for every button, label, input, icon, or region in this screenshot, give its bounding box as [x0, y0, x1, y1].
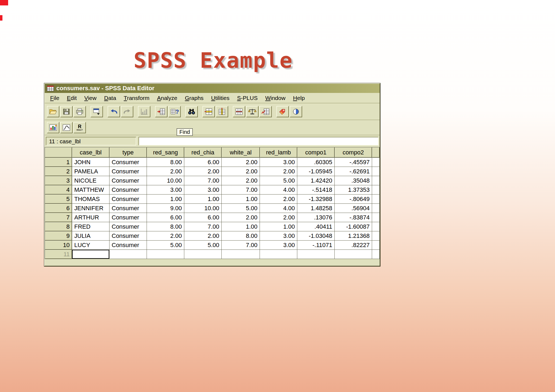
cell-case_lbl[interactable]: NICOLE — [72, 176, 109, 185]
cell-type[interactable]: Consumer — [109, 222, 147, 231]
cell-type[interactable]: Consumer — [109, 185, 147, 195]
cell-type[interactable] — [109, 250, 147, 259]
cell-white_al[interactable]: 2.00 — [222, 167, 260, 176]
cell-compo1[interactable]: -1.03048 — [297, 231, 335, 241]
cell-extra[interactable] — [372, 204, 380, 213]
cell-red_sang[interactable]: 3.00 — [147, 185, 184, 195]
cell-compo2[interactable]: .56904 — [335, 204, 372, 213]
cell-white_al[interactable]: 2.00 — [222, 213, 260, 222]
cell-compo1[interactable] — [297, 250, 335, 259]
use-sets-button[interactable] — [290, 106, 302, 117]
cell-white_al[interactable]: 1.00 — [222, 195, 260, 204]
menu-file[interactable]: File — [46, 93, 63, 103]
value-labels-button[interactable] — [276, 106, 289, 117]
cell-compo2[interactable]: -.45597 — [335, 158, 372, 167]
column-header-red_lamb[interactable]: red_lamb — [260, 147, 297, 158]
curve-fit-button[interactable] — [60, 122, 73, 133]
cell-white_al[interactable] — [222, 250, 260, 259]
cell-editor[interactable] — [138, 137, 379, 145]
open-file-button[interactable] — [47, 106, 59, 117]
cell-red_chia[interactable]: 2.00 — [184, 231, 222, 241]
active-cell[interactable] — [72, 250, 109, 259]
column-header-red_chia[interactable]: red_chia — [184, 147, 222, 158]
cell-red_sang[interactable]: 8.00 — [147, 158, 184, 167]
cell-red_sang[interactable]: 2.00 — [147, 231, 184, 241]
column-header-type[interactable]: type — [109, 147, 147, 158]
row-number-cell[interactable]: 10 — [45, 241, 72, 250]
cell-extra[interactable] — [372, 213, 380, 222]
cell-red_lamb[interactable]: 3.00 — [260, 231, 297, 241]
cell-compo1[interactable]: -.11071 — [297, 241, 335, 250]
cell-red_sang[interactable]: 2.00 — [147, 167, 184, 176]
cell-red_lamb[interactable]: 4.00 — [260, 204, 297, 213]
cell-extra[interactable] — [372, 250, 380, 259]
cell-case_lbl[interactable]: JOHN — [72, 158, 109, 167]
weight-cases-button[interactable] — [246, 106, 259, 117]
cell-red_lamb[interactable]: 2.00 — [260, 213, 297, 222]
cell-red_lamb[interactable]: 3.00 — [260, 158, 297, 167]
menu-help[interactable]: Help — [289, 93, 308, 103]
cell-red_chia[interactable]: 6.00 — [184, 158, 222, 167]
undo-button[interactable] — [108, 106, 120, 117]
save-button[interactable] — [60, 106, 73, 117]
interactive-chart-button[interactable] — [47, 122, 59, 133]
cell-compo2[interactable]: .35048 — [335, 176, 372, 185]
row-number-cell[interactable]: 11 — [45, 250, 72, 259]
cell-red_sang[interactable]: 10.00 — [147, 176, 184, 185]
find-button[interactable] — [185, 106, 198, 117]
column-header-white_al[interactable]: white_al — [222, 147, 260, 158]
cell-extra[interactable] — [372, 195, 380, 204]
cell-compo1[interactable]: -.51418 — [297, 185, 335, 195]
menu-data[interactable]: Data — [100, 93, 120, 103]
cell-extra[interactable] — [372, 158, 380, 167]
cell-red_lamb[interactable]: 5.00 — [260, 176, 297, 185]
cell-extra[interactable] — [372, 241, 380, 250]
cell-red_chia[interactable]: 7.00 — [184, 176, 222, 185]
row-number-cell[interactable]: 9 — [45, 231, 72, 241]
cell-compo2[interactable]: .82227 — [335, 241, 372, 250]
cell-type[interactable]: Consumer — [109, 241, 147, 250]
cell-case_lbl[interactable]: PAMELA — [72, 167, 109, 176]
menu-edit[interactable]: Edit — [63, 93, 80, 103]
insert-variable-button[interactable] — [216, 106, 228, 117]
row-number-cell[interactable]: 7 — [45, 213, 72, 222]
row-number-cell[interactable]: 6 — [45, 204, 72, 213]
menu-analyze[interactable]: Analyze — [153, 93, 181, 103]
title-bar[interactable]: consumers.sav - SPSS Data Editor — [45, 84, 380, 93]
cell-extra[interactable] — [372, 185, 380, 195]
cell-red_lamb[interactable]: 4.00 — [260, 185, 297, 195]
variables-button[interactable]: ? — [168, 106, 181, 117]
cell-compo1[interactable]: -1.05945 — [297, 167, 335, 176]
goto-chart-button[interactable] — [138, 106, 150, 117]
menu-utilities[interactable]: Utilities — [207, 93, 233, 103]
menu-view[interactable]: View — [80, 93, 100, 103]
cell-white_al[interactable]: 1.00 — [222, 222, 260, 231]
menu-graphs[interactable]: Graphs — [181, 93, 207, 103]
menu-window[interactable]: Window — [262, 93, 289, 103]
cell-red_chia[interactable]: 1.00 — [184, 195, 222, 204]
insert-cases-button[interactable] — [202, 106, 215, 117]
cell-red_sang[interactable]: 6.00 — [147, 213, 184, 222]
cell-red_lamb[interactable]: 2.00 — [260, 167, 297, 176]
cell-white_al[interactable]: 5.00 — [222, 204, 260, 213]
cell-compo2[interactable]: -.83874 — [335, 213, 372, 222]
cell-red_sang[interactable]: 1.00 — [147, 195, 184, 204]
cell-extra[interactable] — [372, 176, 380, 185]
cell-red_chia[interactable]: 5.00 — [184, 241, 222, 250]
column-header-extra[interactable] — [372, 147, 380, 158]
cell-type[interactable]: Consumer — [109, 167, 147, 176]
menu-s-plus[interactable]: S-PLUS — [233, 93, 262, 103]
cell-case_lbl[interactable]: THOMAS — [72, 195, 109, 204]
cell-compo1[interactable]: .13076 — [297, 213, 335, 222]
cell-compo2[interactable]: -1.60087 — [335, 222, 372, 231]
cell-compo2[interactable]: -.80649 — [335, 195, 372, 204]
cell-extra[interactable] — [372, 231, 380, 241]
cell-white_al[interactable]: 2.00 — [222, 158, 260, 167]
cell-red_lamb[interactable]: 3.00 — [260, 241, 297, 250]
row-number-cell[interactable]: 8 — [45, 222, 72, 231]
cell-type[interactable]: Consumer — [109, 158, 147, 167]
cell-white_al[interactable]: 2.00 — [222, 176, 260, 185]
menu-transform[interactable]: Transform — [120, 93, 153, 103]
cell-red_sang[interactable] — [147, 250, 184, 259]
cell-compo1[interactable]: 1.48258 — [297, 204, 335, 213]
